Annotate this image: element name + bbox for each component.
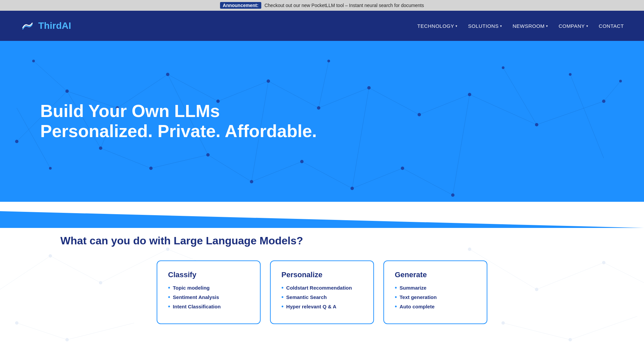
svg-point-42 [602, 100, 605, 103]
list-item: Coldstart Recommendation [281, 285, 363, 291]
card-classify-list: Topic modeling Sentiment Analysis Intent… [168, 285, 249, 309]
svg-line-5 [218, 81, 268, 101]
svg-point-39 [418, 113, 421, 116]
svg-point-43 [99, 146, 102, 150]
svg-line-18 [352, 168, 402, 188]
svg-line-16 [252, 162, 302, 182]
chevron-down-icon: ▾ [586, 24, 588, 28]
announcement-text: Checkout out our new PocketLLM tool – In… [264, 3, 424, 8]
svg-line-15 [208, 155, 252, 182]
list-item: Text generation [395, 294, 476, 300]
card-generate-list: Summarize Text generation Auto complete [395, 285, 476, 309]
hero-content: Build Your Own LLMs Personalized. Privat… [40, 101, 317, 141]
svg-line-25 [453, 95, 470, 195]
card-classify-title: Classify [168, 270, 249, 279]
card-personalize: Personalize Coldstart Recommendation Sem… [270, 260, 374, 324]
diagonal-cut-svg [0, 201, 644, 228]
svg-point-45 [206, 153, 210, 157]
svg-line-14 [151, 155, 208, 168]
svg-point-41 [535, 123, 538, 126]
svg-point-34 [166, 73, 169, 76]
svg-point-79 [569, 338, 572, 342]
svg-line-65 [17, 323, 67, 340]
svg-point-54 [569, 73, 572, 76]
nav-item-solutions[interactable]: SOLUTIONS ▾ [468, 23, 502, 29]
chevron-down-icon: ▾ [546, 24, 548, 28]
logo-text: ThirdAI [38, 20, 71, 31]
svg-point-51 [32, 60, 35, 62]
svg-line-67 [503, 323, 570, 340]
svg-line-9 [419, 95, 470, 115]
svg-point-31 [15, 140, 18, 143]
svg-line-30 [604, 81, 621, 101]
list-item: Hyper relevant Q & A [281, 303, 363, 309]
hero-title: Build Your Own LLMs Personalized. Privat… [40, 101, 317, 141]
cards-section-title: What can you do with Large Language Mode… [27, 235, 617, 247]
svg-line-24 [352, 88, 369, 188]
svg-point-53 [502, 66, 504, 69]
svg-line-11 [537, 101, 604, 125]
chevron-down-icon: ▾ [500, 24, 502, 28]
svg-point-73 [15, 321, 18, 325]
navbar: ThirdAI TECHNOLOGY ▾ SOLUTIONS ▾ NEWSROO… [0, 11, 644, 41]
svg-point-55 [619, 80, 622, 82]
nav-links: TECHNOLOGY ▾ SOLUTIONS ▾ NEWSROOM ▾ COMP… [417, 23, 624, 29]
svg-point-36 [267, 79, 270, 83]
chevron-down-icon: ▾ [455, 24, 458, 28]
cards-inner: What can you do with Large Language Mode… [27, 235, 617, 324]
nav-item-technology[interactable]: TECHNOLOGY ▾ [417, 23, 458, 29]
announcement-label: Announcement: [220, 2, 261, 9]
list-item: Semantic Search [281, 294, 363, 300]
cards-row: Classify Topic modeling Sentiment Analys… [27, 260, 617, 324]
svg-point-48 [351, 187, 354, 190]
svg-point-0 [20, 18, 35, 33]
svg-line-10 [470, 95, 537, 125]
svg-point-50 [451, 193, 454, 197]
svg-point-44 [149, 167, 153, 170]
svg-point-52 [327, 60, 330, 62]
svg-point-74 [65, 338, 69, 342]
cards-section: What can you do with Large Language Mode… [0, 228, 644, 351]
svg-line-8 [369, 88, 419, 115]
svg-line-19 [402, 168, 453, 195]
svg-line-27 [34, 61, 67, 91]
svg-line-4 [168, 74, 218, 101]
card-generate: Generate Summarize Text generation Auto … [383, 260, 487, 324]
nav-item-newsroom[interactable]: NEWSROOM ▾ [513, 23, 548, 29]
svg-point-32 [65, 89, 69, 93]
card-classify: Classify Topic modeling Sentiment Analys… [157, 260, 261, 324]
svg-line-13 [101, 148, 151, 168]
nav-item-company[interactable]: COMPANY ▾ [558, 23, 588, 29]
nav-item-contact[interactable]: CONTACT [599, 23, 624, 29]
card-generate-title: Generate [395, 270, 476, 279]
card-personalize-list: Coldstart Recommendation Semantic Search… [281, 285, 363, 309]
list-item: Intent Classification [168, 303, 249, 309]
hero-separator [0, 201, 644, 228]
hero-section: Build Your Own LLMs Personalized. Privat… [0, 41, 644, 202]
svg-line-29 [503, 68, 537, 125]
svg-line-66 [67, 323, 134, 340]
card-personalize-title: Personalize [281, 270, 363, 279]
svg-point-40 [468, 93, 471, 96]
logo-icon [20, 18, 35, 33]
announcement-bar: Announcement: Checkout out our new Pocke… [0, 0, 644, 11]
svg-point-47 [300, 160, 304, 163]
svg-line-17 [302, 162, 352, 188]
svg-point-56 [49, 167, 52, 170]
svg-point-46 [250, 180, 253, 183]
list-item: Summarize [395, 285, 476, 291]
svg-marker-57 [0, 201, 644, 228]
logo-link[interactable]: ThirdAI [20, 18, 71, 33]
svg-point-38 [367, 86, 371, 89]
list-item: Sentiment Analysis [168, 294, 249, 300]
list-item: Topic modeling [168, 285, 249, 291]
list-item: Auto complete [395, 303, 476, 309]
svg-line-26 [570, 74, 604, 158]
svg-line-28 [319, 61, 329, 108]
svg-point-37 [317, 106, 320, 110]
svg-point-49 [401, 167, 404, 170]
svg-line-7 [319, 88, 369, 108]
